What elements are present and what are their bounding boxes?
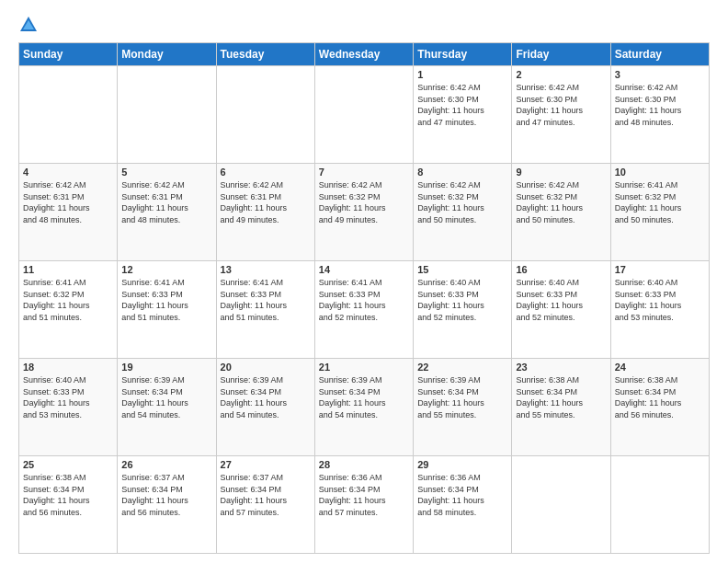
day-info: Sunrise: 6:40 AMSunset: 6:33 PMDaylight:… [516,277,606,323]
day-number: 19 [121,362,211,373]
calendar-cell: 11Sunrise: 6:41 AMSunset: 6:32 PMDayligh… [19,261,118,359]
calendar-cell: 17Sunrise: 6:40 AMSunset: 6:33 PMDayligh… [610,261,709,359]
calendar-cell: 10Sunrise: 6:41 AMSunset: 6:32 PMDayligh… [610,164,709,261]
day-info: Sunrise: 6:41 AMSunset: 6:32 PMDaylight:… [615,179,705,225]
day-number: 2 [516,69,606,80]
day-number: 13 [221,264,311,275]
day-number: 25 [23,459,113,470]
logo-icon [18,15,39,35]
day-number: 26 [121,459,211,470]
day-number: 22 [417,362,507,373]
calendar-cell: 23Sunrise: 6:38 AMSunset: 6:34 PMDayligh… [512,359,610,456]
day-info: Sunrise: 6:42 AMSunset: 6:30 PMDaylight:… [516,82,606,128]
day-number: 24 [615,362,705,373]
day-info: Sunrise: 6:39 AMSunset: 6:34 PMDaylight:… [121,374,211,420]
logo [18,15,42,37]
day-info: Sunrise: 6:38 AMSunset: 6:34 PMDaylight:… [615,374,705,420]
day-number: 29 [417,459,507,470]
day-info: Sunrise: 6:42 AMSunset: 6:31 PMDaylight:… [121,179,211,225]
day-number: 12 [121,264,211,275]
day-info: Sunrise: 6:42 AMSunset: 6:30 PMDaylight:… [615,82,705,128]
calendar-cell: 2Sunrise: 6:42 AMSunset: 6:30 PMDaylight… [512,66,610,164]
calendar-cell: 16Sunrise: 6:40 AMSunset: 6:33 PMDayligh… [512,261,610,359]
day-number: 6 [221,167,311,178]
day-info: Sunrise: 6:41 AMSunset: 6:33 PMDaylight:… [221,277,311,323]
day-info: Sunrise: 6:40 AMSunset: 6:33 PMDaylight:… [417,277,507,323]
calendar-week-row: 25Sunrise: 6:38 AMSunset: 6:34 PMDayligh… [19,456,710,554]
day-info: Sunrise: 6:42 AMSunset: 6:31 PMDaylight:… [221,179,311,225]
calendar-cell [118,66,216,164]
day-info: Sunrise: 6:38 AMSunset: 6:34 PMDaylight:… [23,472,113,518]
day-info: Sunrise: 6:41 AMSunset: 6:32 PMDaylight:… [23,277,113,323]
day-number: 1 [417,69,507,80]
day-number: 21 [319,362,409,373]
weekday-header-saturday: Saturday [610,43,709,66]
day-number: 3 [615,69,705,80]
calendar-week-row: 4Sunrise: 6:42 AMSunset: 6:31 PMDaylight… [19,164,710,261]
day-number: 10 [615,167,705,178]
day-number: 14 [319,264,409,275]
calendar-cell: 4Sunrise: 6:42 AMSunset: 6:31 PMDaylight… [19,164,118,261]
day-number: 4 [23,167,113,178]
day-info: Sunrise: 6:37 AMSunset: 6:34 PMDaylight:… [121,472,211,518]
day-info: Sunrise: 6:42 AMSunset: 6:32 PMDaylight:… [319,179,409,225]
calendar-cell [610,456,709,554]
day-info: Sunrise: 6:42 AMSunset: 6:30 PMDaylight:… [417,82,507,128]
day-number: 28 [319,459,409,470]
day-info: Sunrise: 6:39 AMSunset: 6:34 PMDaylight:… [417,374,507,420]
day-number: 8 [417,167,507,178]
calendar-cell: 27Sunrise: 6:37 AMSunset: 6:34 PMDayligh… [216,456,314,554]
day-number: 27 [221,459,311,470]
day-number: 5 [121,167,211,178]
calendar-cell: 14Sunrise: 6:41 AMSunset: 6:33 PMDayligh… [314,261,413,359]
calendar-cell: 9Sunrise: 6:42 AMSunset: 6:32 PMDaylight… [512,164,610,261]
header [18,15,710,37]
weekday-header-wednesday: Wednesday [314,43,413,66]
calendar-cell: 28Sunrise: 6:36 AMSunset: 6:34 PMDayligh… [314,456,413,554]
day-info: Sunrise: 6:39 AMSunset: 6:34 PMDaylight:… [221,374,311,420]
day-info: Sunrise: 6:36 AMSunset: 6:34 PMDaylight:… [319,472,409,518]
calendar-cell: 25Sunrise: 6:38 AMSunset: 6:34 PMDayligh… [19,456,118,554]
weekday-header-monday: Monday [118,43,216,66]
day-number: 17 [615,264,705,275]
calendar-cell: 21Sunrise: 6:39 AMSunset: 6:34 PMDayligh… [314,359,413,456]
day-number: 7 [319,167,409,178]
calendar-cell: 7Sunrise: 6:42 AMSunset: 6:32 PMDaylight… [314,164,413,261]
calendar-cell: 13Sunrise: 6:41 AMSunset: 6:33 PMDayligh… [216,261,314,359]
weekday-header-thursday: Thursday [414,43,512,66]
day-info: Sunrise: 6:42 AMSunset: 6:32 PMDaylight:… [417,179,507,225]
calendar-header-row: SundayMondayTuesdayWednesdayThursdayFrid… [19,43,710,66]
calendar-cell [19,66,118,164]
day-info: Sunrise: 6:37 AMSunset: 6:34 PMDaylight:… [221,472,311,518]
calendar-cell [512,456,610,554]
day-info: Sunrise: 6:38 AMSunset: 6:34 PMDaylight:… [516,374,606,420]
day-number: 11 [23,264,113,275]
weekday-header-tuesday: Tuesday [216,43,314,66]
calendar-cell [314,66,413,164]
calendar-cell: 19Sunrise: 6:39 AMSunset: 6:34 PMDayligh… [118,359,216,456]
day-info: Sunrise: 6:41 AMSunset: 6:33 PMDaylight:… [319,277,409,323]
calendar-cell: 6Sunrise: 6:42 AMSunset: 6:31 PMDaylight… [216,164,314,261]
calendar-week-row: 1Sunrise: 6:42 AMSunset: 6:30 PMDaylight… [19,66,710,164]
calendar-week-row: 11Sunrise: 6:41 AMSunset: 6:32 PMDayligh… [19,261,710,359]
day-number: 18 [23,362,113,373]
calendar-cell: 1Sunrise: 6:42 AMSunset: 6:30 PMDaylight… [414,66,512,164]
day-info: Sunrise: 6:42 AMSunset: 6:32 PMDaylight:… [516,179,606,225]
day-info: Sunrise: 6:36 AMSunset: 6:34 PMDaylight:… [417,472,507,518]
calendar-cell: 8Sunrise: 6:42 AMSunset: 6:32 PMDaylight… [414,164,512,261]
page: SundayMondayTuesdayWednesdayThursdayFrid… [0,0,728,563]
calendar-cell: 3Sunrise: 6:42 AMSunset: 6:30 PMDaylight… [610,66,709,164]
calendar-cell: 15Sunrise: 6:40 AMSunset: 6:33 PMDayligh… [414,261,512,359]
calendar-cell: 5Sunrise: 6:42 AMSunset: 6:31 PMDaylight… [118,164,216,261]
calendar-cell: 29Sunrise: 6:36 AMSunset: 6:34 PMDayligh… [414,456,512,554]
day-number: 23 [516,362,606,373]
calendar-table: SundayMondayTuesdayWednesdayThursdayFrid… [18,42,710,554]
calendar-cell: 20Sunrise: 6:39 AMSunset: 6:34 PMDayligh… [216,359,314,456]
day-info: Sunrise: 6:40 AMSunset: 6:33 PMDaylight:… [23,374,113,420]
calendar-cell: 22Sunrise: 6:39 AMSunset: 6:34 PMDayligh… [414,359,512,456]
day-info: Sunrise: 6:39 AMSunset: 6:34 PMDaylight:… [319,374,409,420]
day-number: 15 [417,264,507,275]
calendar-cell: 24Sunrise: 6:38 AMSunset: 6:34 PMDayligh… [610,359,709,456]
day-number: 9 [516,167,606,178]
calendar-cell: 12Sunrise: 6:41 AMSunset: 6:33 PMDayligh… [118,261,216,359]
